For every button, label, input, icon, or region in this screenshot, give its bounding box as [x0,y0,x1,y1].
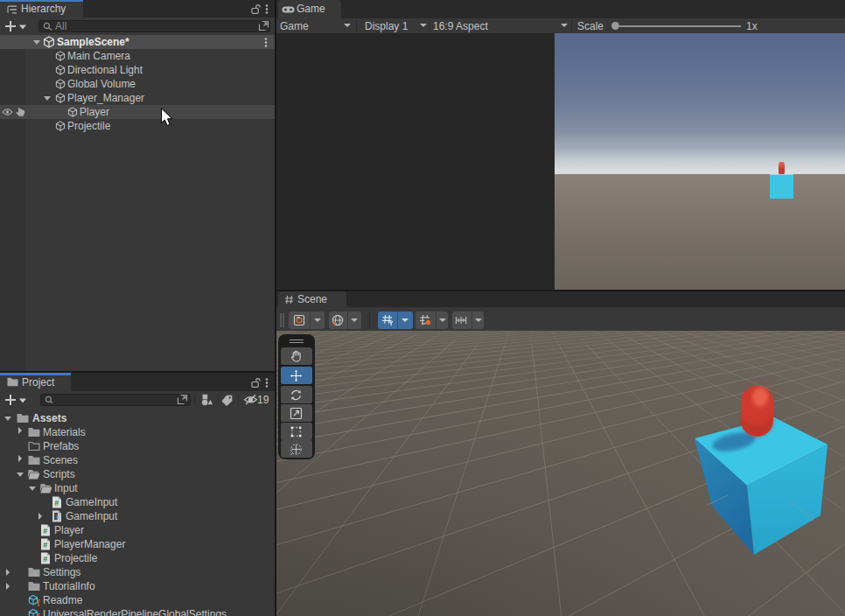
svg-text:{}: {} [37,612,40,616]
svg-text:{}: {} [37,598,40,607]
svg-text:#: # [43,527,47,536]
svg-text:#: # [43,555,47,564]
svg-text:#: # [43,541,47,550]
svg-text:#: # [54,499,59,508]
